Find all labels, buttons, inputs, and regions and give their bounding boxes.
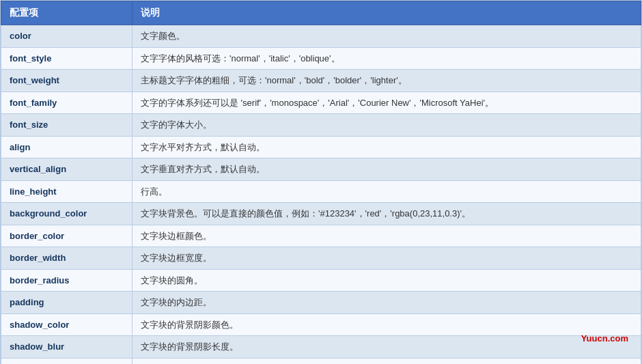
config-key-cell: font_size — [1, 114, 132, 137]
table-row: align文字水平对齐方式，默认自动。 — [1, 136, 641, 158]
config-key-cell: shadow_blur — [1, 336, 132, 359]
table-row: vertical_align文字垂直对齐方式，默认自动。 — [1, 158, 641, 181]
config-desc-cell: 文字的字体大小。 — [132, 114, 641, 137]
config-key-cell: align — [1, 136, 132, 158]
config-desc-cell: 文字垂直对齐方式，默认自动。 — [132, 158, 641, 181]
config-key-cell: border_radius — [1, 269, 132, 292]
config-key-cell: font_family — [1, 92, 132, 114]
watermark: Yuucn.com — [581, 333, 628, 344]
table-row: border_radius文字块的圆角。 — [1, 269, 641, 292]
table-row: shadow_color文字块的背景阴影颜色。 — [1, 313, 641, 336]
table-header-row: 配置项 说明 — [1, 1, 641, 25]
table-row: padding文字块的内边距。 — [1, 292, 641, 314]
config-key-cell: font_style — [1, 47, 132, 70]
config-desc-cell: 文字字体的风格可选：'normal'，'italic'，'oblique'。 — [132, 47, 641, 70]
config-desc-cell: 文字块的宽度。 — [132, 358, 641, 364]
config-desc-cell: 文字块边框颜色。 — [132, 225, 641, 247]
table-row: font_size文字的字体大小。 — [1, 114, 641, 137]
col-key-header: 配置项 — [1, 1, 132, 25]
config-key-cell: line_height — [1, 180, 132, 203]
config-desc-cell: 文字块的圆角。 — [132, 269, 641, 292]
table-row: font_family文字的字体系列还可以是 'serif'，'monospac… — [1, 92, 641, 114]
config-desc-cell: 文字块的背景阴影长度。 — [132, 336, 641, 359]
config-desc-cell: 文字块的内边距。 — [132, 292, 641, 314]
config-desc-cell: 行高。 — [132, 180, 641, 203]
table-row: border_color文字块边框颜色。 — [1, 225, 641, 247]
table-row: font_weight主标题文字字体的粗细，可选：'normal'，'bold'… — [1, 70, 641, 92]
config-desc-cell: 文字的字体系列还可以是 'serif'，'monospace'，'Arial'，… — [132, 92, 641, 114]
config-desc-cell: 主标题文字字体的粗细，可选：'normal'，'bold'，'bolder'，'… — [132, 70, 641, 92]
table-row: color文字颜色。 — [1, 25, 641, 48]
table-row: border_width文字块边框宽度。 — [1, 247, 641, 270]
config-key-cell: background_color — [1, 203, 132, 225]
config-desc-cell: 文字水平对齐方式，默认自动。 — [132, 136, 641, 158]
config-key-cell: width — [1, 358, 132, 364]
config-desc-cell: 文字块背景色。可以是直接的颜色值，例如：'#123234'，'red'，'rgb… — [132, 203, 641, 225]
table-row: font_style文字字体的风格可选：'normal'，'italic'，'o… — [1, 47, 641, 70]
config-key-cell: padding — [1, 292, 132, 314]
col-desc-header: 说明 — [132, 1, 641, 25]
config-desc-cell: 文字块的背景阴影颜色。 — [132, 313, 641, 336]
config-key-cell: shadow_color — [1, 313, 132, 336]
config-key-cell: color — [1, 25, 132, 48]
table-row: line_height行高。 — [1, 180, 641, 203]
config-key-cell: vertical_align — [1, 158, 132, 181]
table-row: width文字块的宽度。 — [1, 358, 641, 364]
table-row: background_color文字块背景色。可以是直接的颜色值，例如：'#12… — [1, 203, 641, 225]
config-table: 配置项 说明 color文字颜色。font_style文字字体的风格可选：'no… — [0, 0, 642, 364]
config-key-cell: border_color — [1, 225, 132, 247]
config-desc-cell: 文字块边框宽度。 — [132, 247, 641, 270]
table-row: shadow_blur文字块的背景阴影长度。 — [1, 336, 641, 359]
config-key-cell: border_width — [1, 247, 132, 270]
config-desc-cell: 文字颜色。 — [132, 25, 641, 48]
config-key-cell: font_weight — [1, 70, 132, 92]
